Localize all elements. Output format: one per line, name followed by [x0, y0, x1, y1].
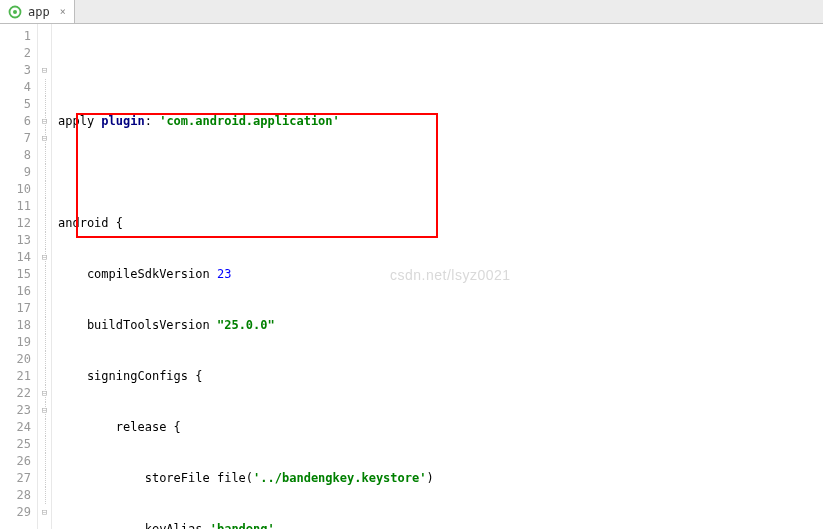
- code-area[interactable]: csdn.net/lsyz0021 apply plugin: 'com.and…: [52, 24, 823, 529]
- fold-mark: [38, 436, 51, 453]
- line-number: 21: [2, 368, 31, 385]
- fold-mark: [38, 147, 51, 164]
- code-line: keyAlias 'bandeng': [58, 521, 823, 529]
- line-number: 8: [2, 147, 31, 164]
- fold-mark: [38, 45, 51, 62]
- close-icon[interactable]: ×: [60, 6, 66, 17]
- line-number: 26: [2, 453, 31, 470]
- line-number: 7: [2, 130, 31, 147]
- fold-mark: [38, 266, 51, 283]
- code-line: storeFile file('../bandengkey.keystore'): [58, 470, 823, 487]
- code-line: release {: [58, 419, 823, 436]
- code-line: [58, 164, 823, 181]
- fold-mark: [38, 470, 51, 487]
- tab-label: app: [28, 5, 50, 19]
- svg-point-1: [13, 10, 17, 14]
- fold-mark: [38, 164, 51, 181]
- line-number: 25: [2, 436, 31, 453]
- fold-toggle[interactable]: ⊟: [38, 402, 51, 419]
- code-line: signingConfigs {: [58, 368, 823, 385]
- code-line: apply plugin: 'com.android.application': [58, 113, 823, 130]
- line-number: 6: [2, 113, 31, 130]
- line-number: 5: [2, 96, 31, 113]
- line-number: 17: [2, 300, 31, 317]
- fold-mark: [38, 215, 51, 232]
- fold-mark: [38, 79, 51, 96]
- line-number: 19: [2, 334, 31, 351]
- line-number: 11: [2, 198, 31, 215]
- tab-app[interactable]: app ×: [0, 0, 75, 23]
- fold-mark: [38, 300, 51, 317]
- line-number: 18: [2, 317, 31, 334]
- code-line: compileSdkVersion 23: [58, 266, 823, 283]
- fold-toggle[interactable]: ⊟: [38, 249, 51, 266]
- fold-mark: [38, 28, 51, 45]
- fold-mark: [38, 198, 51, 215]
- line-number: 16: [2, 283, 31, 300]
- line-number: 15: [2, 266, 31, 283]
- line-number: 1: [2, 28, 31, 45]
- fold-toggle[interactable]: ⊟: [38, 113, 51, 130]
- line-number: 14: [2, 249, 31, 266]
- fold-mark: [38, 453, 51, 470]
- fold-mark: [38, 419, 51, 436]
- line-number: 20: [2, 351, 31, 368]
- line-number: 24: [2, 419, 31, 436]
- gradle-icon: [8, 5, 22, 19]
- line-number: 22: [2, 385, 31, 402]
- fold-toggle[interactable]: ⊟: [38, 130, 51, 147]
- fold-gutter: ⊟ ⊟ ⊟ ⊟ ⊟ ⊟ ⊟: [38, 24, 52, 529]
- line-number: 29: [2, 504, 31, 521]
- fold-mark: [38, 317, 51, 334]
- line-number: 28: [2, 487, 31, 504]
- code-line: buildToolsVersion "25.0.0": [58, 317, 823, 334]
- line-number: 23: [2, 402, 31, 419]
- fold-mark: [38, 283, 51, 300]
- fold-mark: [38, 232, 51, 249]
- fold-mark: [38, 181, 51, 198]
- fold-end: ⊟: [38, 504, 51, 521]
- fold-mark: [38, 487, 51, 504]
- tab-bar: app ×: [0, 0, 823, 24]
- line-number: 2: [2, 45, 31, 62]
- line-number: 27: [2, 470, 31, 487]
- line-number: 3: [2, 62, 31, 79]
- fold-toggle[interactable]: ⊟: [38, 385, 51, 402]
- code-editor[interactable]: 1 2 3 4 5 6 7 8 9 10 11 12 13 14 15 16 1…: [0, 24, 823, 529]
- fold-mark: [38, 351, 51, 368]
- line-number: 10: [2, 181, 31, 198]
- line-number: 4: [2, 79, 31, 96]
- line-number: 13: [2, 232, 31, 249]
- line-number: 12: [2, 215, 31, 232]
- code-line: android {: [58, 215, 823, 232]
- fold-mark: [38, 368, 51, 385]
- line-number: 9: [2, 164, 31, 181]
- line-number-gutter: 1 2 3 4 5 6 7 8 9 10 11 12 13 14 15 16 1…: [0, 24, 38, 529]
- fold-mark: [38, 96, 51, 113]
- fold-mark: [38, 334, 51, 351]
- fold-toggle[interactable]: ⊟: [38, 62, 51, 79]
